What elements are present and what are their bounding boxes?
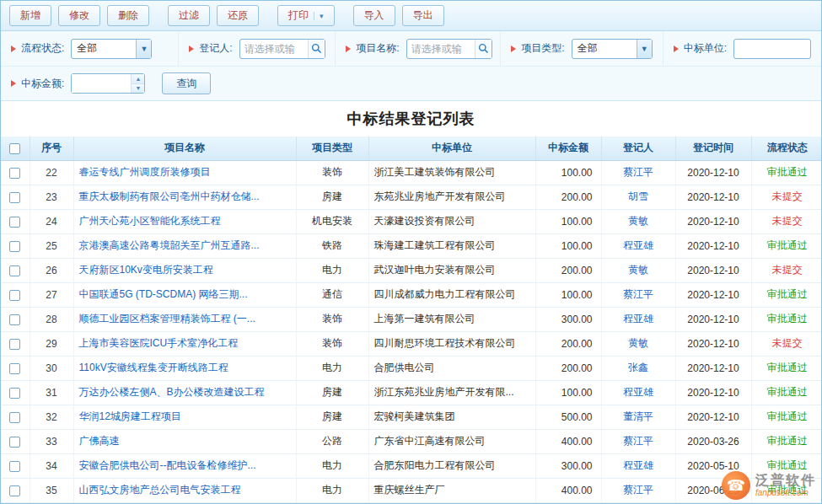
row-registrant[interactable]: 蔡江平 (601, 429, 675, 453)
filter-button-label: 过滤 (179, 8, 199, 23)
project-name-link[interactable]: 京港澳高速公路粤境韶关至广州互通路... (79, 239, 260, 251)
chevron-down-icon[interactable]: ▾ (314, 12, 324, 20)
table-row[interactable]: 31万达办公楼左侧A、B办公楼改造建设工程房建浙江东苑兆业房地产开发有限...1… (1, 380, 822, 405)
row-registrant[interactable]: 蔡江平 (601, 282, 675, 307)
process-status-select[interactable]: 全部 ▼ (71, 39, 152, 59)
project-name-link[interactable]: 中国联通5G (TD-SCDMA) 网络三期... (79, 288, 248, 300)
project-name-link[interactable]: 广州天心苑小区智能化系统工程 (79, 215, 221, 227)
row-checkbox[interactable] (9, 339, 20, 350)
project-name-link[interactable]: 天府新区10Kv变电所安装工程 (79, 264, 213, 276)
col-header-seq: 序号 (30, 137, 73, 160)
row-bid-unit: 浙江美工建筑装饰有限公司 (368, 160, 535, 185)
table-row[interactable]: 32华润12城房建工程项目房建宏骏柯美建筑集团500.00董清平2020-12-… (1, 405, 822, 429)
spinner-down-icon[interactable]: ▼ (132, 84, 144, 94)
row-registrant[interactable]: 蔡江平 (601, 160, 675, 185)
row-checkbox[interactable] (9, 192, 20, 203)
bid-unit-label: 中标单位: (684, 41, 727, 56)
restore-button[interactable]: 还原 (217, 5, 259, 26)
bid-unit-input[interactable] (733, 39, 811, 59)
filter-marker-icon (189, 46, 194, 52)
table-row[interactable]: 26天府新区10Kv变电所安装工程电力武汉迦叶电力安装有限公司200.00黄敏2… (1, 258, 822, 282)
table-row[interactable]: 28顺德工业园区档案管理精装饰工程 (一...装饰上海第一建筑有限公司300.0… (1, 307, 822, 331)
export-button[interactable]: 导出 (402, 5, 444, 26)
row-checkbox[interactable] (9, 363, 20, 374)
row-registrant[interactable]: 黄敏 (601, 209, 675, 233)
row-registrant[interactable]: 程亚雄 (601, 233, 675, 258)
chevron-down-icon[interactable]: ▼ (637, 40, 652, 58)
select-all-checkbox[interactable] (9, 143, 20, 154)
row-bid-unit: 浙江东苑兆业房地产开发有限... (368, 380, 535, 405)
query-button[interactable]: 查询 (162, 72, 211, 94)
project-name-link[interactable]: 华润12城房建工程项目 (79, 410, 181, 422)
project-name-link[interactable]: 睿运专线广州调度所装修项目 (79, 166, 211, 178)
row-checkbox[interactable] (9, 314, 20, 325)
col-header-project-name: 项目名称 (73, 137, 296, 160)
row-registrant[interactable]: 蔡江平 (601, 478, 675, 502)
row-bid-amount: 100.00 (535, 282, 601, 307)
delete-button[interactable]: 删除 (107, 5, 149, 26)
edit-button[interactable]: 修改 (58, 5, 100, 26)
project-name-link[interactable]: 山西弘文房地产总公司电气安装工程 (79, 484, 241, 496)
table-row[interactable]: 29上海市美容医院ICU手术室净化工程装饰四川耐思环境工程技术有限公司200.0… (1, 331, 822, 356)
project-name-input[interactable] (407, 43, 475, 55)
table-row[interactable]: 25京港澳高速公路粤境韶关至广州互通路...铁路珠海建工建筑工程有限公司100.… (1, 233, 822, 258)
row-checkbox[interactable] (9, 388, 20, 399)
row-bid-amount: 300.00 (535, 453, 601, 478)
bid-amount-input[interactable] (72, 74, 131, 93)
row-project-type: 电力 (296, 258, 368, 282)
edit-button-label: 修改 (69, 8, 89, 23)
search-icon[interactable] (308, 40, 325, 58)
project-name-link[interactable]: 110kV安徽线程集变开断线路工程 (79, 362, 228, 373)
table-row[interactable]: 35山西弘文房地产总公司电气安装工程电力重庆螺丝生产厂400.00蔡江平2020… (1, 478, 822, 502)
row-registrant[interactable]: 张鑫 (601, 356, 675, 380)
row-registrant[interactable]: 胡雪 (601, 185, 675, 209)
project-name-link[interactable]: 上海市美容医院ICU手术室净化工程 (79, 337, 239, 349)
row-seq: 34 (30, 453, 73, 478)
row-checkbox[interactable] (9, 290, 20, 301)
table-row[interactable]: 34安徽合肥供电公司--配电设备检修维护...电力合肥东阳电力工程有限公司300… (1, 453, 822, 478)
page-title: 中标结果登记列表 (347, 109, 475, 129)
process-status-label: 流程状态: (21, 41, 64, 56)
row-checkbox[interactable] (9, 217, 20, 228)
row-bid-amount: 100.00 (535, 233, 601, 258)
search-icon[interactable] (475, 40, 492, 58)
row-project-type: 电力 (296, 453, 368, 478)
row-registrant[interactable]: 程亚雄 (601, 380, 675, 405)
table-row[interactable]: 23重庆太极制药有限公司亳州中药材仓储...房建东苑兆业房地产开发有限公司200… (1, 185, 822, 209)
spinner-up-icon[interactable]: ▲ (132, 74, 144, 84)
project-name-link[interactable]: 顺德工业园区档案管理精装饰工程 (一... (79, 313, 255, 324)
add-button[interactable]: 新增 (9, 5, 51, 26)
table-row[interactable]: 33广佛高速公路广东省中江高速有限公司400.00蔡江平2020-03-26审批… (1, 429, 822, 453)
row-flow-status: 审批通过 (751, 405, 822, 429)
table-row[interactable]: 24广州天心苑小区智能化系统工程机电安装天濠建设投资有限公司100.00黄敏20… (1, 209, 822, 233)
row-registrant[interactable]: 黄敏 (601, 258, 675, 282)
row-checkbox[interactable] (9, 461, 20, 472)
chevron-down-icon[interactable]: ▼ (136, 40, 151, 58)
row-checkbox[interactable] (9, 437, 20, 448)
print-button[interactable]: 打印▾ (277, 5, 335, 26)
project-type-label: 项目类型: (521, 41, 564, 56)
table-row[interactable]: 22睿运专线广州调度所装修项目装饰浙江美工建筑装饰有限公司100.00蔡江平20… (1, 160, 822, 185)
row-registrant[interactable]: 程亚雄 (601, 453, 675, 478)
row-registrant[interactable]: 程亚雄 (601, 307, 675, 331)
project-name-link[interactable]: 广佛高速 (79, 435, 120, 447)
project-type-value: 全部 (572, 41, 637, 56)
registrant-input[interactable] (240, 43, 308, 55)
project-type-select[interactable]: 全部 ▼ (572, 39, 653, 59)
project-name-link[interactable]: 重庆太极制药有限公司亳州中药材仓储... (79, 190, 260, 202)
row-project-cell: 万达办公楼左侧A、B办公楼改造建设工程 (73, 380, 296, 405)
row-seq: 26 (30, 258, 73, 282)
row-registrant[interactable]: 黄敏 (601, 331, 675, 356)
row-checkbox[interactable] (9, 241, 20, 252)
project-name-link[interactable]: 安徽合肥供电公司--配电设备检修维护... (79, 459, 256, 471)
row-checkbox[interactable] (9, 485, 20, 496)
project-name-link[interactable]: 万达办公楼左侧A、B办公楼改造建设工程 (79, 386, 265, 398)
row-checkbox[interactable] (9, 168, 20, 179)
row-checkbox[interactable] (9, 265, 20, 276)
filter-button[interactable]: 过滤 (168, 5, 210, 26)
table-row[interactable]: 27中国联通5G (TD-SCDMA) 网络三期...通信四川成都威力电力工程有… (1, 282, 822, 307)
import-button[interactable]: 导入 (353, 5, 395, 26)
row-registrant[interactable]: 董清平 (601, 405, 675, 429)
row-checkbox[interactable] (9, 412, 20, 423)
table-row[interactable]: 30110kV安徽线程集变开断线路工程电力合肥供电公司200.00张鑫2020-… (1, 356, 822, 380)
